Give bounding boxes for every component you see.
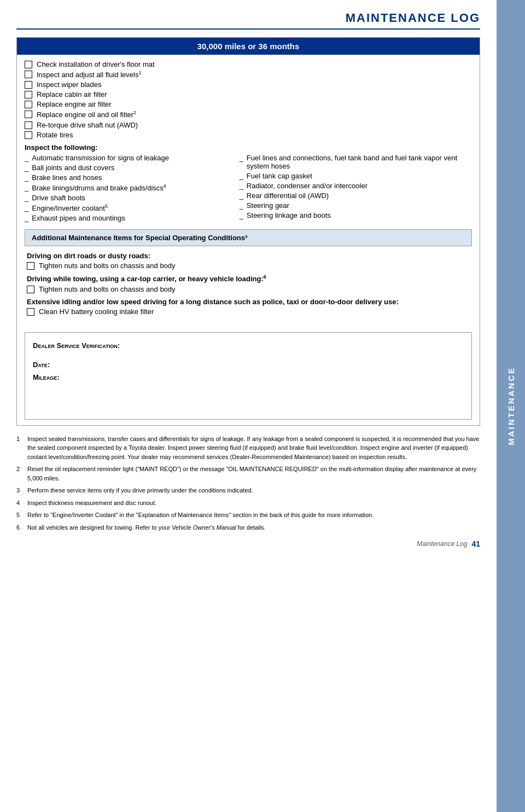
page-title: MAINTENANCE LOG [16, 11, 480, 25]
footnote-num-1: 1 [16, 434, 25, 444]
checkbox-label-3: Inspect wiper blades [37, 80, 102, 89]
checkbox-icon-s2 [27, 286, 34, 293]
right-item-2: Fuel tank cap gasket [247, 172, 312, 180]
checkbox-icon-4 [25, 91, 32, 98]
left-item-2: Ball joints and dust covers [32, 164, 114, 172]
checkbox-item[interactable]: Inspect wiper blades [25, 80, 472, 89]
main-content: MAINTENANCE LOG 30,000 miles or 36 month… [0, 0, 497, 812]
special-header-1: Driving on dirt roads or dusty roads: [27, 252, 470, 260]
checkbox-icon-3 [25, 81, 32, 89]
dash-item: _Automatic transmission for signs of lea… [25, 154, 234, 162]
dash-item: _Brake lines and hoses [25, 173, 234, 182]
inspect-label: Inspect the following: [25, 143, 472, 152]
dash-item: _Fuel lines and connections, fuel tank b… [240, 154, 472, 170]
dash-item: _Drive shaft boots [25, 194, 234, 202]
footnote-3: 3 Perform these service items only if yo… [16, 486, 480, 495]
section-header: 30,000 miles or 36 months [17, 38, 480, 55]
dash-item: _Brake linings/drums and brake pads/disc… [25, 183, 234, 192]
footnote-text-2: Reset the oil replacement reminder light… [27, 465, 480, 483]
checkbox-item-special-3[interactable]: Clean HV battery cooling intake filter [27, 308, 470, 316]
checkbox-icon-8 [25, 131, 32, 139]
right-item-4: Rear differential oil (AWD) [247, 192, 329, 200]
special-header-2: Driving while towing, using a car-top ca… [27, 274, 470, 283]
right-item-6: Steering linkage and boots [247, 211, 331, 219]
checkbox-item[interactable]: Check installation of driver's floor mat [25, 60, 472, 68]
date-label: Date: [33, 361, 464, 369]
main-section-box: 30,000 miles or 36 months Check installa… [16, 37, 480, 426]
footnote-num-4: 4 [16, 498, 25, 508]
right-item-5: Steering gear [247, 201, 289, 210]
dash-item: _Fuel tank cap gasket [240, 172, 472, 180]
dash-item: _Radiator, condenser and/or intercooler [240, 182, 472, 190]
footnote-text-3: Perform these service items only if you … [27, 486, 253, 495]
left-item-6: Engine/Inverter coolant5 [32, 204, 108, 212]
page-wrapper: MAINTENANCE LOG 30,000 miles or 36 month… [0, 0, 525, 812]
footnote-text-1: Inspect sealed transmissions, transfer c… [27, 434, 480, 462]
checkbox-icon-2 [25, 71, 32, 78]
verification-box: Dealer Service Verification: Date: Milea… [25, 332, 472, 420]
dash-item: _Steering gear [240, 201, 472, 210]
checkbox-label-1: Check installation of driver's floor mat [37, 60, 155, 68]
checkbox-item[interactable]: Rotate tires [25, 131, 472, 139]
footnote-num-3: 3 [16, 486, 25, 495]
checkbox-item-special-1[interactable]: Tighten nuts and bolts on chassis and bo… [27, 262, 470, 270]
special-item-3: Clean HV battery cooling intake filter [39, 308, 154, 316]
special-item-1: Tighten nuts and bolts on chassis and bo… [39, 262, 176, 270]
left-item-3: Brake lines and hoses [32, 173, 102, 182]
footer-text: Maintenance Log [417, 540, 467, 548]
checkbox-icon-7 [25, 121, 32, 129]
checkbox-label-8: Rotate tires [37, 131, 73, 139]
checkbox-label-5: Replace engine air filter [37, 100, 112, 108]
special-header-3: Extensive idling and/or low speed drivin… [27, 298, 470, 306]
col-right: _Fuel lines and connections, fuel tank b… [240, 154, 472, 224]
footnote-1: 1 Inspect sealed transmissions, transfer… [16, 434, 480, 462]
right-item-3: Radiator, condenser and/or intercooler [247, 182, 368, 190]
dash-item: _Engine/Inverter coolant5 [25, 204, 234, 212]
two-col-inspect: _Automatic transmission for signs of lea… [25, 154, 472, 224]
checkbox-item[interactable]: Replace cabin air filter [25, 90, 472, 98]
footnotes: 1 Inspect sealed transmissions, transfer… [16, 434, 480, 532]
section-body: Check installation of driver's floor mat… [17, 55, 480, 425]
special-item-2: Tighten nuts and bolts on chassis and bo… [39, 285, 176, 293]
footer-num: 41 [471, 540, 480, 548]
footnote-5: 5 Refer to "Engine/Inverter Coolant" in … [16, 511, 480, 520]
dash-item: _Exhaust pipes and mountings [25, 214, 234, 222]
page-footer: Maintenance Log 41 [16, 537, 480, 548]
checkbox-icon-5 [25, 101, 32, 108]
checkbox-icon-1 [25, 61, 32, 68]
checkbox-icon-6 [25, 111, 32, 118]
checkbox-item[interactable]: Replace engine air filter [25, 100, 472, 108]
checkbox-icon-s3 [27, 308, 34, 316]
checkbox-label-6: Replace engine oil and oil filter2 [37, 110, 136, 119]
side-tab-text: MAINTENANCE [506, 367, 516, 445]
footnote-text-5: Refer to "Engine/Inverter Coolant" in th… [27, 511, 374, 520]
title-underline [16, 28, 480, 30]
col-left: _Automatic transmission for signs of lea… [25, 154, 240, 224]
dash-item: _Ball joints and dust covers [25, 164, 234, 172]
dash-item: _Rear differential oil (AWD) [240, 192, 472, 200]
mileage-label: Mileage: [33, 373, 464, 381]
footnote-num-5: 5 [16, 511, 25, 520]
dash-item: _Steering linkage and boots [240, 211, 472, 219]
left-item-4: Brake linings/drums and brake pads/discs… [32, 183, 166, 192]
checkbox-item[interactable]: Inspect and adjust all fluid levels1 [25, 70, 472, 79]
footnote-num-6: 6 [16, 523, 25, 532]
footnote-4: 4 Inspect thickness measurement and disc… [16, 498, 480, 508]
left-item-7: Exhaust pipes and mountings [32, 214, 125, 222]
checkbox-item[interactable]: Replace engine oil and oil filter2 [25, 110, 472, 119]
footnote-2: 2 Reset the oil replacement reminder lig… [16, 465, 480, 483]
additional-label: Additional Maintenance Items for Special… [32, 234, 247, 242]
left-item-5: Drive shaft boots [32, 194, 85, 202]
checkbox-item[interactable]: Re-torque drive shaft nut (AWD) [25, 121, 472, 129]
footnote-num-2: 2 [16, 465, 25, 474]
footnote-6: 6 Not all vehicles are designed for towi… [16, 523, 480, 532]
special-section: Driving on dirt roads or dusty roads: Ti… [25, 252, 472, 315]
checkbox-label-4: Replace cabin air filter [37, 90, 107, 98]
checkbox-label-2: Inspect and adjust all fluid levels1 [37, 70, 141, 79]
left-item-1: Automatic transmission for signs of leak… [32, 154, 169, 162]
footnote-text-6: Not all vehicles are designed for towing… [27, 523, 266, 532]
checkbox-icon-s1 [27, 262, 34, 270]
checkbox-item-special-2[interactable]: Tighten nuts and bolts on chassis and bo… [27, 285, 470, 293]
footnote-text-4: Inspect thickness measurement and disc r… [27, 498, 156, 508]
side-tab: MAINTENANCE [497, 0, 525, 812]
